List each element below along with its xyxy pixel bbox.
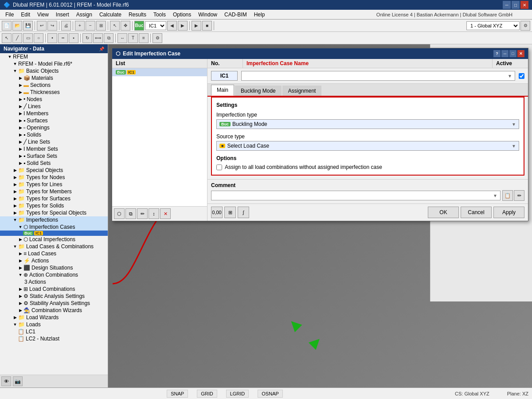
tb-open-btn[interactable]: 📂 [12, 21, 22, 31]
nav-ic1-row[interactable]: Buc IC1 [0, 231, 108, 236]
nav-static-analysis[interactable]: ▶ ⚙ Static Analysis Settings [0, 293, 108, 300]
tb-run-btn[interactable]: ▶ [192, 21, 201, 31]
apply-button[interactable]: Apply [493, 207, 524, 218]
no-field[interactable]: IC1 [211, 71, 238, 81]
tb-move-btn[interactable]: ✥ [121, 21, 130, 31]
menu-results[interactable]: Results [125, 11, 150, 19]
menu-file[interactable]: File [2, 11, 17, 19]
tb2-text-btn[interactable]: T [128, 33, 138, 43]
nav-load-cases-comb[interactable]: ▼ 📁 Load Cases & Combinations [0, 243, 108, 250]
name-field[interactable]: ▼ [241, 71, 515, 81]
tb2-line-btn[interactable]: ╱ [12, 33, 22, 43]
nav-solid-sets[interactable]: ▶ ▪ Solid Sets [0, 160, 108, 167]
minimize-button[interactable]: ─ [503, 1, 511, 9]
nav-thicknesses[interactable]: ▶ ▬ Thicknesses [0, 89, 108, 96]
nav-lines[interactable]: ▶ ╱ Lines [0, 103, 108, 110]
imperfection-type-select[interactable]: Buc Buckling Mode ▼ [216, 119, 519, 129]
footer-coords-btn[interactable]: 0,00 [211, 207, 223, 218]
nav-sections[interactable]: ▶ ▬ Sections [0, 82, 108, 89]
tb2-rotate-btn[interactable]: ↻ [82, 33, 92, 43]
maximize-button[interactable]: □ [512, 1, 520, 9]
nav-model-file[interactable]: ▼ RFEM - Model File.rf6* [0, 60, 108, 67]
nav-imperfection-cases[interactable]: ▼ ⬡ Imperfection Cases [0, 223, 108, 231]
menu-tools[interactable]: Tools [150, 11, 169, 19]
nav-openings[interactable]: ▶ ▫ Openings [0, 124, 108, 131]
menu-view[interactable]: View [34, 11, 52, 19]
tb2-member-btn[interactable]: ╍ [58, 33, 68, 43]
tb-buc-btn[interactable]: Buc [134, 21, 144, 31]
nav-basic-objects[interactable]: ▼ 📁 Basic Objects [0, 67, 108, 74]
list-move-btn[interactable]: ↕ [149, 208, 159, 219]
nav-surface-sets[interactable]: ▶ ▪ Surface Sets [0, 153, 108, 160]
tb2-mirror-btn[interactable]: ⟺ [93, 33, 103, 43]
status-lgrid[interactable]: LGRID [226, 390, 249, 398]
dialog-maximize-btn[interactable]: □ [509, 50, 516, 57]
nav-types-surfaces[interactable]: ▶ 📁 Types for Surfaces [0, 195, 108, 202]
tb-zoom-fit-btn[interactable]: ⊞ [96, 21, 106, 31]
nav-surfaces[interactable]: ▶ ▪ Surfaces [0, 117, 108, 124]
dialog-close-btn[interactable]: ✕ [517, 50, 524, 57]
menu-options[interactable]: Options [169, 11, 195, 19]
tb-view-btn[interactable]: ⚙ [520, 21, 530, 31]
nav-solids[interactable]: ▶ ▪ Solids [0, 131, 108, 138]
nav-lc1[interactable]: 📋 LC1 [0, 328, 108, 335]
tb2-legend-btn[interactable]: ≡ [139, 33, 149, 43]
nav-member-sets[interactable]: ▶ I Member Sets [0, 145, 108, 153]
menu-help[interactable]: Help [250, 11, 269, 19]
ok-button[interactable]: OK [428, 207, 459, 218]
nav-special-objects[interactable]: ▶ 📁 Special Objects [0, 167, 108, 174]
menu-calculate[interactable]: Calculate [96, 11, 125, 19]
nav-load-wizards[interactable]: ▶ 📁 Load Wizards [0, 314, 108, 321]
close-button[interactable]: ✕ [520, 1, 528, 9]
tb-print-btn[interactable]: 🖨 [61, 21, 71, 31]
tb-prev-btn[interactable]: ◀ [167, 21, 177, 31]
tb2-copy-btn[interactable]: ⧉ [104, 33, 113, 43]
list-duplicate-btn[interactable]: ⧉ [125, 208, 136, 219]
comment-edit-btn[interactable]: ✏ [514, 190, 524, 201]
tb-zoom-in-btn[interactable]: + [75, 21, 85, 31]
nav-action-combinations[interactable]: ▼ ⊕ Action Combinations [0, 271, 108, 278]
footer-formula-btn[interactable]: ∫ [238, 207, 249, 218]
tb-ic-combo[interactable]: IC1 [145, 21, 166, 30]
status-grid[interactable]: GRID [197, 390, 217, 398]
nav-design-situations[interactable]: ▶ ⬛ Design Situations [0, 264, 108, 271]
nav-line-sets[interactable]: ▶ ╱ Line Sets [0, 138, 108, 145]
cancel-button[interactable]: Cancel [461, 207, 492, 218]
tb2-cursor-btn[interactable]: ↖ [2, 33, 12, 43]
nav-types-lines[interactable]: ▶ 📁 Types for Lines [0, 181, 108, 188]
dialog-minimize-btn[interactable]: ─ [501, 50, 509, 57]
dialog-help-btn[interactable]: ? [493, 50, 501, 57]
tb2-surface-btn[interactable]: ▪ [69, 33, 78, 43]
tab-assignment[interactable]: Assignment [282, 86, 322, 96]
menu-assign[interactable]: Assign [73, 11, 96, 19]
nav-types-nodes[interactable]: ▶ 📁 Types for Nodes [0, 174, 108, 181]
nav-root[interactable]: ▼ RFEM [0, 53, 108, 60]
tb-view-combo[interactable]: 1 - Global XYZ [466, 21, 520, 30]
menu-cad-bim[interactable]: CAD-BIM [221, 11, 250, 19]
nav-load-cases[interactable]: ▶ ≡ Load Cases [0, 250, 108, 257]
assign-all-checkbox[interactable] [216, 164, 222, 170]
nav-pin-icon[interactable]: 📌 [99, 47, 104, 51]
nav-load-combinations[interactable]: ▶ ⊞ Load Combinations [0, 286, 108, 293]
nav-eye-btn[interactable]: 👁 [1, 376, 11, 386]
footer-table-btn[interactable]: ⊞ [224, 207, 236, 218]
tb2-dim-btn[interactable]: ↔ [117, 33, 127, 43]
title-bar-controls[interactable]: ─ □ ✕ [503, 1, 528, 9]
menu-edit[interactable]: Edit [17, 11, 34, 19]
tb-new-btn[interactable]: 📄 [2, 21, 12, 31]
tb-undo-btn[interactable]: ↩ [37, 21, 47, 31]
source-type-select[interactable]: ■ Select Load Case ▼ [216, 141, 519, 151]
nav-types-members[interactable]: ▶ 📁 Types for Members [0, 188, 108, 195]
nav-loads[interactable]: ▼ 📁 Loads [0, 321, 108, 328]
nav-members[interactable]: ▶ I Members [0, 110, 108, 117]
tb-save-btn[interactable]: 💾 [23, 21, 33, 31]
tb-redo-btn[interactable]: ↪ [47, 21, 57, 31]
nav-nodes[interactable]: ▶ • Nodes [0, 96, 108, 103]
tab-buckling-mode[interactable]: Buckling Mode [235, 86, 282, 96]
nav-local-imperf[interactable]: ▶ ⬡ Local Imperfections [0, 236, 108, 243]
nav-stability-analysis[interactable]: ▶ ⚙ Stability Analysis Settings [0, 300, 108, 307]
tb-select-btn[interactable]: ↖ [110, 21, 120, 31]
active-checkbox[interactable] [519, 73, 524, 79]
tb-next-btn[interactable]: ▶ [178, 21, 188, 31]
menu-window[interactable]: Window [195, 11, 221, 19]
